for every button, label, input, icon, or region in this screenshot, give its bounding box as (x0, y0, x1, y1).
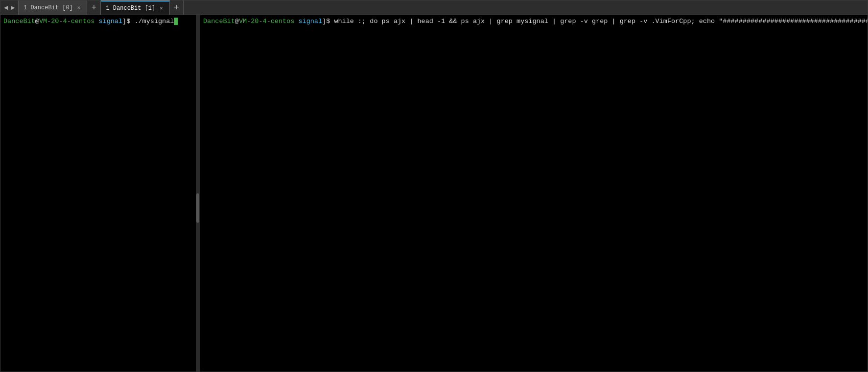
pane-right-prompt-path: signal (298, 18, 322, 25)
new-tab-button-right[interactable]: + (170, 0, 184, 15)
pane-right-prompt-user: DanceBit (203, 18, 235, 25)
pane-left-prompt-path: signal (98, 18, 122, 25)
pane-left: DanceBit@VM-20-4-centos signal]$ ./mysig… (0, 15, 200, 372)
pane-right: DanceBit@VM-20-4-centos signal]$ while :… (200, 15, 868, 372)
pane-left-cursor (174, 18, 178, 25)
terminal-window: ◀ ▶ 1 DanceBit [0] ✕ + 1 DanceBit [1] ✕ … (0, 0, 868, 372)
pane-left-prompt-user: DanceBit (3, 18, 35, 25)
pane-left-scrollbar-thumb[interactable] (196, 193, 199, 223)
tab-bar: ◀ ▶ 1 DanceBit [0] ✕ + 1 DanceBit [1] ✕ … (0, 0, 868, 15)
tab-next-button[interactable]: ▶ (9, 3, 16, 12)
pane-right-prompt-host: VM-20-4-centos (239, 18, 294, 25)
tab-0-label: 1 DanceBit [0] (23, 4, 73, 11)
tab-nav-buttons: ◀ ▶ (0, 0, 19, 15)
tab-0[interactable]: 1 DanceBit [0] ✕ (19, 0, 87, 15)
pane-left-content[interactable]: DanceBit@VM-20-4-centos signal]$ ./mysig… (0, 15, 200, 372)
terminal-body: DanceBit@VM-20-4-centos signal]$ ./mysig… (0, 15, 868, 372)
pane-right-command: while :; do ps ajx | head -1 && ps ajx |… (334, 18, 868, 25)
tab-1-close[interactable]: ✕ (158, 4, 164, 12)
tab-1-label: 1 DanceBit [1] (106, 5, 155, 12)
tab-0-close[interactable]: ✕ (76, 4, 82, 11)
tab-prev-button[interactable]: ◀ (2, 3, 9, 12)
pane-right-content[interactable]: DanceBit@VM-20-4-centos signal]$ while :… (200, 15, 868, 372)
pane-left-prompt-host: VM-20-4-centos (39, 18, 94, 25)
new-tab-button-left[interactable]: + (87, 0, 101, 15)
tab-1[interactable]: 1 DanceBit [1] ✕ (101, 0, 169, 15)
pane-left-scrollbar[interactable] (196, 15, 200, 372)
pane-left-command: ./mysignal (134, 18, 174, 25)
